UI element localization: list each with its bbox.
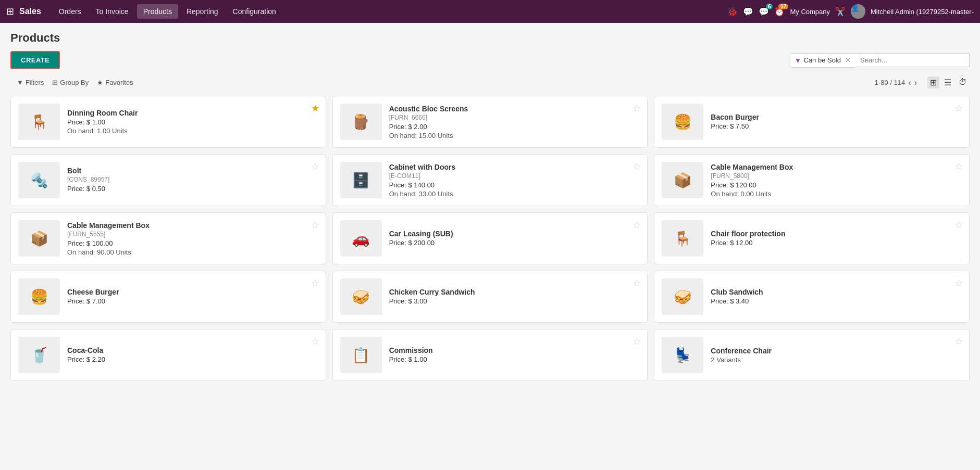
product-card[interactable]: 🥪Chicken Curry SandwichPrice: $ 3.00☆ <box>332 271 648 323</box>
filters-action[interactable]: ▼ Filters <box>17 79 44 86</box>
product-image: 🪑 <box>662 220 703 257</box>
product-favorite-star[interactable]: ☆ <box>311 161 319 172</box>
product-card[interactable]: 🚗Car Leasing (SUB)Price: $ 200.00☆ <box>332 212 648 264</box>
product-image: 🥪 <box>662 278 703 315</box>
product-card[interactable]: 🪑Chair floor protectionPrice: $ 12.00☆ <box>654 212 970 264</box>
page-title: Products <box>10 31 60 45</box>
product-favorite-star[interactable]: ★ <box>311 103 319 114</box>
next-page-button[interactable]: › <box>914 78 917 87</box>
product-ref: [E-COM11] <box>389 172 640 180</box>
search-input[interactable] <box>855 53 970 67</box>
nav-reporting[interactable]: Reporting <box>180 4 225 19</box>
nav-configuration[interactable]: Configuration <box>227 4 282 19</box>
product-ref: [FURN_5555] <box>67 231 318 238</box>
star-icon: ★ <box>97 79 103 86</box>
product-name: Car Leasing (SUB) <box>389 230 640 238</box>
product-favorite-star[interactable]: ☆ <box>954 219 963 231</box>
product-ref: [FURN_5800] <box>711 172 962 180</box>
product-card[interactable]: 🥪Club SandwichPrice: $ 3.40☆ <box>654 271 970 323</box>
brand-name[interactable]: Sales <box>19 7 41 16</box>
filter-toolbar-row: ▼ Filters ⊞ Group By ★ Favorites 1-80 / … <box>10 77 970 88</box>
product-favorite-star[interactable]: ☆ <box>311 219 319 231</box>
product-favorite-star[interactable]: ☆ <box>954 336 963 347</box>
product-price: Price: $ 12.00 <box>711 239 962 247</box>
toolbar-right: 1-80 / 114 ‹ › ⊞ ☰ ⏱ <box>875 77 970 88</box>
nav-products[interactable]: Products <box>137 4 178 19</box>
groupby-action[interactable]: ⊞ Group By <box>52 79 89 86</box>
product-image: 🥪 <box>340 278 382 315</box>
product-onhand: On hand: 90.00 Units <box>67 248 318 256</box>
product-name: Commission <box>389 346 640 354</box>
product-favorite-star[interactable]: ☆ <box>632 336 641 347</box>
create-button[interactable]: CREATE <box>10 51 60 69</box>
nav-orders[interactable]: Orders <box>53 4 88 19</box>
company-name[interactable]: My Company <box>790 8 830 16</box>
product-favorite-star[interactable]: ☆ <box>311 277 319 289</box>
product-name: Club Sandwich <box>711 288 962 296</box>
product-card[interactable]: 📋CommissionPrice: $ 1.00☆ <box>332 329 648 381</box>
product-name: Bolt <box>67 167 318 175</box>
product-name: Chair floor protection <box>711 230 962 238</box>
avatar[interactable]: 👤 <box>851 4 865 19</box>
clock-view-button[interactable]: ⏱ <box>956 77 970 88</box>
nav-to-invoice[interactable]: To Invoice <box>90 4 135 19</box>
product-favorite-star[interactable]: ☆ <box>632 277 641 289</box>
product-info: Bolt[CONS_89957]Price: $ 0.50 <box>67 167 318 194</box>
topnav-right: 🐞 💬 💬 6 ⏰ 17 My Company ✂️ 👤 Mitchell Ad… <box>727 4 974 19</box>
filter-tag: ▼ Can be Sold ✕ <box>790 53 855 68</box>
product-card[interactable]: 📦Cable Management Box[FURN_5800]Price: $… <box>654 154 970 206</box>
kanban-view-button[interactable]: ⊞ <box>927 77 939 88</box>
favorites-action[interactable]: ★ Favorites <box>97 79 133 86</box>
product-price: Price: $ 7.50 <box>711 122 962 130</box>
product-card[interactable]: 📦Cable Management Box[FURN_5555]Price: $… <box>10 212 326 264</box>
prev-page-button[interactable]: ‹ <box>908 78 911 87</box>
filter-tag-label: Can be Sold <box>803 56 841 64</box>
product-card[interactable]: 🪵Acoustic Bloc Screens[FURN_6666]Price: … <box>332 96 648 148</box>
product-price: Price: $ 140.00 <box>389 181 640 189</box>
settings-icon[interactable]: ✂️ <box>835 7 846 17</box>
support-icon[interactable]: 💬 <box>743 7 753 17</box>
bug-icon[interactable]: 🐞 <box>727 7 738 17</box>
toolbar-actions: ▼ Filters ⊞ Group By ★ Favorites <box>17 79 133 86</box>
products-grid: 🪑Dinning Room ChairPrice: $ 1.00On hand:… <box>10 96 970 381</box>
activity-icon[interactable]: ⏰ 17 <box>774 7 785 17</box>
product-favorite-star[interactable]: ☆ <box>954 277 963 289</box>
chat-icon[interactable]: 💬 6 <box>759 7 769 17</box>
product-info: Acoustic Bloc Screens[FURN_6666]Price: $… <box>389 105 640 139</box>
product-price: Price: $ 0.50 <box>67 185 318 193</box>
filter-tag-close[interactable]: ✕ <box>845 56 851 64</box>
product-card[interactable]: 🍔Bacon BurgerPrice: $ 7.50☆ <box>654 96 970 148</box>
product-name: Cheese Burger <box>67 288 318 296</box>
product-favorite-star[interactable]: ☆ <box>632 161 641 172</box>
product-card[interactable]: 🪑Dinning Room ChairPrice: $ 1.00On hand:… <box>10 96 326 148</box>
apps-icon[interactable]: ⊞ <box>6 6 14 17</box>
groupby-label: Group By <box>60 79 89 86</box>
product-image: 📦 <box>18 220 60 257</box>
user-name[interactable]: Mitchell Admin (19279252-master- <box>871 8 974 16</box>
product-favorite-star[interactable]: ☆ <box>632 219 641 231</box>
product-card[interactable]: 🥤Coca-ColaPrice: $ 2.20☆ <box>10 329 326 381</box>
product-card[interactable]: 🗄️Cabinet with Doors[E-COM11]Price: $ 14… <box>332 154 648 206</box>
product-card[interactable]: 🔩Bolt[CONS_89957]Price: $ 0.50☆ <box>10 154 326 206</box>
product-info: Coca-ColaPrice: $ 2.20 <box>67 346 318 364</box>
product-price: Price: $ 1.00 <box>67 118 318 126</box>
product-price: Price: $ 3.40 <box>711 297 962 305</box>
product-card[interactable]: 🍔Cheese BurgerPrice: $ 7.00☆ <box>10 271 326 323</box>
product-favorite-star[interactable]: ☆ <box>311 336 319 347</box>
list-view-button[interactable]: ☰ <box>941 77 954 88</box>
product-image: 💺 <box>662 337 703 373</box>
product-card[interactable]: 💺Conference Chair2 Variants☆ <box>654 329 970 381</box>
product-name: Coca-Cola <box>67 346 318 354</box>
product-price: Price: $ 100.00 <box>67 239 318 247</box>
product-onhand: 2 Variants <box>711 356 962 364</box>
pagination-text: 1-80 / 114 <box>875 79 905 86</box>
chat-badge: 6 <box>766 4 773 9</box>
product-info: Club SandwichPrice: $ 3.40 <box>711 288 962 306</box>
product-image: 🪵 <box>340 104 382 140</box>
product-favorite-star[interactable]: ☆ <box>632 103 641 114</box>
product-image: 🥤 <box>18 337 60 373</box>
product-image: 📦 <box>662 162 703 198</box>
product-favorite-star[interactable]: ☆ <box>954 161 963 172</box>
filters-label: Filters <box>26 79 44 86</box>
product-favorite-star[interactable]: ☆ <box>954 103 963 114</box>
